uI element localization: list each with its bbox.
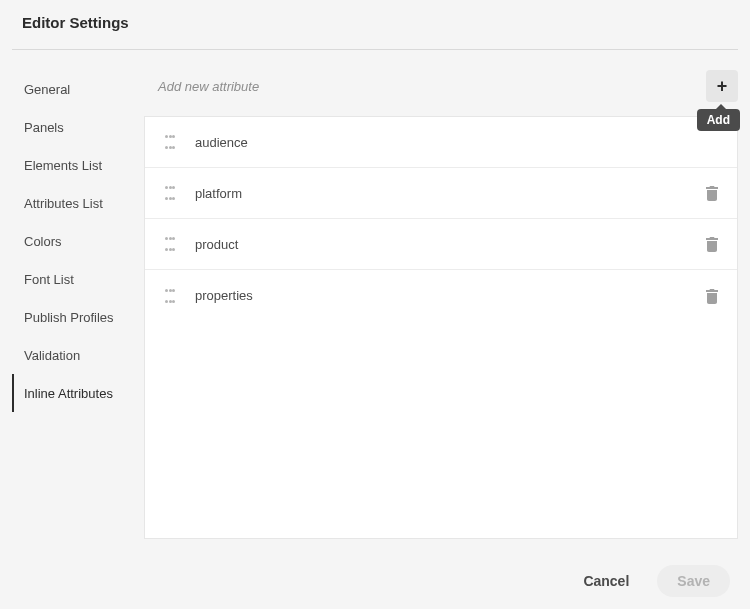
save-button: Save	[657, 565, 730, 597]
attribute-list: audience platform product	[144, 116, 738, 539]
add-attribute-button[interactable]: + Add	[706, 70, 738, 102]
attribute-label: properties	[195, 288, 705, 303]
attribute-label: platform	[195, 186, 705, 201]
list-item: properties	[145, 270, 737, 321]
sidebar-item-elements-list[interactable]: Elements List	[12, 146, 144, 184]
attribute-label: audience	[195, 135, 719, 150]
divider	[12, 49, 738, 50]
sidebar-item-validation[interactable]: Validation	[12, 336, 144, 374]
sidebar-item-attributes-list[interactable]: Attributes List	[12, 184, 144, 222]
sidebar-item-panels[interactable]: Panels	[12, 108, 144, 146]
list-item: platform	[145, 168, 737, 219]
delete-button[interactable]	[705, 236, 719, 252]
delete-button[interactable]	[705, 288, 719, 304]
page-title: Editor Settings	[22, 14, 738, 31]
sidebar-item-publish-profiles[interactable]: Publish Profiles	[12, 298, 144, 336]
sidebar-item-general[interactable]: General	[12, 70, 144, 108]
sidebar-item-inline-attributes[interactable]: Inline Attributes	[12, 374, 144, 412]
drag-handle-icon[interactable]	[165, 237, 175, 251]
delete-button[interactable]	[705, 185, 719, 201]
cancel-button[interactable]: Cancel	[571, 565, 641, 597]
list-item: product	[145, 219, 737, 270]
drag-handle-icon[interactable]	[165, 135, 175, 149]
add-attribute-label: Add new attribute	[158, 79, 706, 94]
attribute-label: product	[195, 237, 705, 252]
sidebar: General Panels Elements List Attributes …	[12, 70, 144, 539]
list-item: audience	[145, 117, 737, 168]
drag-handle-icon[interactable]	[165, 186, 175, 200]
add-tooltip: Add	[697, 109, 740, 131]
sidebar-item-colors[interactable]: Colors	[12, 222, 144, 260]
drag-handle-icon[interactable]	[165, 289, 175, 303]
plus-icon: +	[717, 76, 728, 97]
sidebar-item-font-list[interactable]: Font List	[12, 260, 144, 298]
